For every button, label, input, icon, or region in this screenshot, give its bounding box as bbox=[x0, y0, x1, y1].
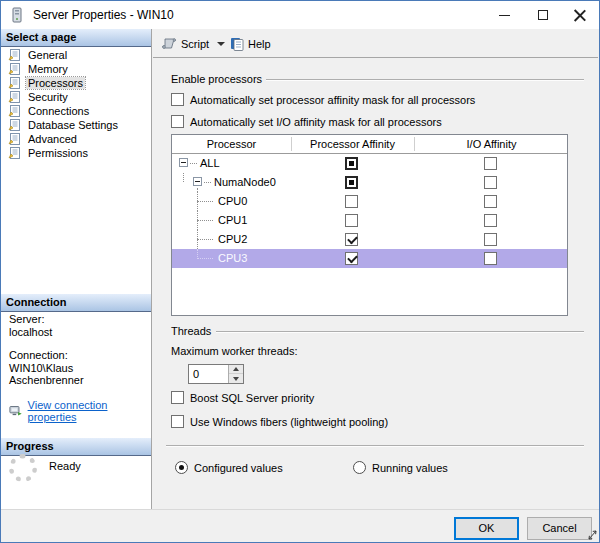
grid-row-cpu3[interactable]: CPU3 bbox=[172, 249, 567, 268]
stepper-down-button[interactable] bbox=[229, 374, 243, 383]
help-book-icon bbox=[230, 37, 244, 51]
server-value: localhost bbox=[9, 326, 147, 338]
io-affinity-checkbox[interactable] bbox=[484, 195, 497, 208]
column-divider bbox=[291, 137, 292, 151]
running-values-radio[interactable]: Running values bbox=[353, 461, 448, 474]
sidebar-item-permissions[interactable]: Permissions bbox=[1, 146, 150, 160]
processor-affinity-checkbox[interactable] bbox=[345, 157, 358, 170]
chevron-down-icon[interactable] bbox=[217, 42, 225, 46]
cancel-button[interactable]: Cancel bbox=[527, 517, 592, 540]
processor-affinity-checkbox[interactable] bbox=[345, 233, 358, 246]
server-properties-dialog: Server Properties - WIN10 Select a page … bbox=[0, 0, 600, 543]
maximize-icon bbox=[538, 10, 548, 20]
connection-label: Connection: bbox=[9, 349, 147, 361]
select-a-page-header: Select a page bbox=[1, 29, 151, 47]
stepper-up-button[interactable] bbox=[229, 365, 243, 374]
sidebar-item-connections[interactable]: Connections bbox=[1, 104, 150, 118]
column-header-io-affinity: I/O Affinity bbox=[414, 138, 569, 150]
page-icon bbox=[8, 49, 21, 61]
enable-processors-group-label: Enable processors bbox=[171, 73, 262, 85]
grid-row-all[interactable]: ALL bbox=[172, 154, 567, 173]
column-header-processor-affinity: Processor Affinity bbox=[291, 138, 414, 150]
sidebar: Select a page General Memory Processors … bbox=[1, 29, 152, 509]
processor-affinity-checkbox[interactable] bbox=[345, 176, 358, 189]
sidebar-item-advanced[interactable]: Advanced bbox=[1, 132, 150, 146]
threads-group-label: Threads bbox=[171, 325, 211, 337]
scroll-icon bbox=[161, 37, 177, 50]
processor-affinity-checkbox[interactable] bbox=[345, 214, 358, 227]
io-affinity-checkbox[interactable] bbox=[484, 214, 497, 227]
radio-icon[interactable] bbox=[175, 461, 188, 474]
window-title: Server Properties - WIN10 bbox=[33, 8, 174, 22]
minimize-icon bbox=[499, 15, 510, 16]
collapse-icon[interactable] bbox=[179, 158, 188, 167]
checkbox-icon[interactable] bbox=[171, 93, 184, 106]
max-worker-threads-label: Maximum worker threads: bbox=[171, 345, 298, 357]
io-affinity-checkbox[interactable] bbox=[484, 252, 497, 265]
grid-row-cpu0[interactable]: CPU0 bbox=[172, 192, 567, 211]
main-panel: Script Help Enable processors Automatica… bbox=[153, 29, 598, 509]
page-list: General Memory Processors Security Conne… bbox=[1, 48, 150, 160]
sidebar-item-memory[interactable]: Memory bbox=[1, 62, 150, 76]
checkbox-icon[interactable] bbox=[171, 415, 184, 428]
minimize-button[interactable] bbox=[487, 1, 521, 29]
io-affinity-checkbox[interactable] bbox=[484, 157, 497, 170]
titlebar: Server Properties - WIN10 bbox=[1, 1, 599, 29]
processor-affinity-checkbox[interactable] bbox=[345, 252, 358, 265]
io-affinity-checkbox[interactable] bbox=[484, 233, 497, 246]
toolbar: Script Help bbox=[153, 29, 598, 58]
sidebar-item-database-settings[interactable]: Database Settings bbox=[1, 118, 150, 132]
sidebar-item-general[interactable]: General bbox=[1, 48, 150, 62]
footer: OK Cancel bbox=[1, 509, 599, 542]
up-arrow-icon bbox=[233, 367, 239, 371]
page-icon bbox=[8, 119, 21, 131]
page-icon bbox=[8, 77, 21, 89]
max-worker-threads-stepper[interactable]: 0 bbox=[188, 364, 244, 384]
connection-value: WIN10\Klaus Aschenbrenner bbox=[9, 362, 147, 386]
sidebar-item-security[interactable]: Security bbox=[1, 90, 150, 104]
configured-values-radio[interactable]: Configured values bbox=[175, 461, 283, 474]
down-arrow-icon bbox=[233, 377, 239, 381]
auto-processor-affinity-checkbox[interactable]: Automatically set processor affinity mas… bbox=[171, 93, 475, 106]
column-header-processor: Processor bbox=[172, 138, 291, 150]
connection-header: Connection bbox=[1, 294, 151, 312]
grid-row-cpu2[interactable]: CPU2 bbox=[172, 230, 567, 249]
ok-button[interactable]: OK bbox=[454, 517, 519, 540]
help-label: Help bbox=[248, 38, 271, 50]
section-divider bbox=[166, 445, 584, 446]
close-button[interactable] bbox=[563, 1, 597, 29]
page-icon bbox=[8, 105, 21, 117]
page-icon bbox=[8, 147, 21, 159]
stepper-value[interactable]: 0 bbox=[193, 368, 199, 380]
page-icon bbox=[8, 63, 21, 75]
progress-block: Ready bbox=[9, 454, 37, 482]
radio-icon[interactable] bbox=[353, 461, 366, 474]
sidebar-item-processors[interactable]: Processors bbox=[1, 76, 150, 90]
grid-row-numanode0[interactable]: NumaNode0 bbox=[172, 173, 567, 192]
script-button[interactable]: Script bbox=[156, 33, 230, 54]
resize-grip-icon[interactable] bbox=[587, 528, 598, 542]
maximize-button[interactable] bbox=[526, 1, 560, 29]
help-button[interactable]: Help bbox=[225, 33, 276, 54]
progress-status: Ready bbox=[49, 460, 81, 472]
group-divider bbox=[266, 79, 584, 80]
windows-fibers-checkbox[interactable]: Use Windows fibers (lightweight pooling) bbox=[171, 415, 388, 428]
processor-affinity-grid: Processor Processor Affinity I/O Affinit… bbox=[171, 134, 568, 316]
io-affinity-checkbox[interactable] bbox=[484, 176, 497, 189]
processor-affinity-checkbox[interactable] bbox=[345, 195, 358, 208]
boost-priority-checkbox[interactable]: Boost SQL Server priority bbox=[171, 391, 314, 404]
view-connection-properties[interactable]: View connection properties bbox=[9, 399, 147, 423]
checkbox-icon[interactable] bbox=[171, 391, 184, 404]
grid-header: Processor Processor Affinity I/O Affinit… bbox=[172, 135, 567, 154]
close-icon bbox=[574, 9, 586, 21]
connection-info: Server: localhost Connection: WIN10\Klau… bbox=[9, 313, 147, 423]
page-icon bbox=[8, 91, 21, 103]
spinner-icon bbox=[9, 454, 37, 482]
auto-io-affinity-checkbox[interactable]: Automatically set I/O affinity mask for … bbox=[171, 115, 442, 128]
collapse-icon[interactable] bbox=[193, 177, 202, 186]
column-divider bbox=[414, 137, 415, 151]
server-label: Server: bbox=[9, 313, 147, 325]
view-connection-properties-link[interactable]: View connection properties bbox=[28, 399, 147, 423]
grid-row-cpu1[interactable]: CPU1 bbox=[172, 211, 567, 230]
checkbox-icon[interactable] bbox=[171, 115, 184, 128]
